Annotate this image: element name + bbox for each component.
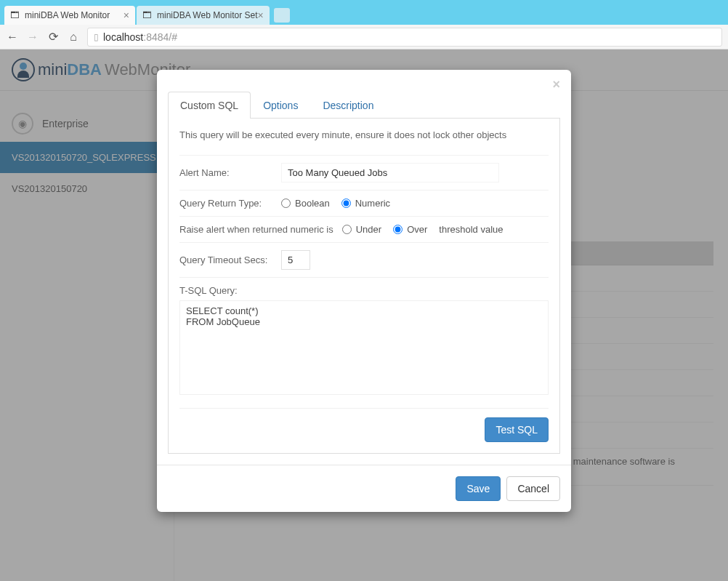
address-bar[interactable]: ▯ localhost:8484/# [87,28,722,47]
tab-title: miniDBA Web Monitor Set [157,10,258,20]
threshold-suffix: threshold value [439,224,503,235]
forward-icon: → [26,31,39,44]
return-type-numeric[interactable]: Numeric [341,198,390,209]
tab-title: miniDBA Web Monitor [25,10,110,20]
tab-panel-custom-sql: This query will be executed every minute… [168,119,560,454]
threshold-over[interactable]: Over [393,224,427,235]
tab-custom-sql[interactable]: Custom SQL [168,92,251,119]
timeout-input[interactable] [281,250,310,270]
tsql-query-input[interactable] [179,300,549,395]
modal-tabs: Custom SQL Options Description [168,92,560,119]
favicon-icon: 🗔 [142,10,153,20]
page-icon: ▯ [94,32,99,42]
browser-tab-inactive[interactable]: 🗔 miniDBA Web Monitor Set × [137,6,270,25]
timeout-label: Query Timeout Secs: [179,255,281,265]
tab-description[interactable]: Description [310,92,386,119]
custom-sql-modal: × Custom SQL Options Description This qu… [157,70,571,512]
raise-alert-label: Raise alert when returned numeric is [179,224,333,235]
url-path: :8484/# [143,31,177,43]
hint-text: This query will be executed every minute… [179,129,549,140]
query-label: T-SQL Query: [179,285,238,296]
home-icon[interactable]: ⌂ [67,31,80,44]
test-sql-button[interactable]: Test SQL [485,417,549,442]
back-icon[interactable]: ← [6,31,19,44]
browser-tabstrip: 🗔 miniDBA Web Monitor × 🗔 miniDBA Web Mo… [0,0,728,25]
url-host: localhost [103,31,143,43]
save-button[interactable]: Save [456,476,501,501]
alert-name-input[interactable] [281,163,499,183]
close-icon[interactable]: × [552,77,560,92]
return-type-boolean[interactable]: Boolean [281,198,330,209]
browser-toolbar: ← → ⟳ ⌂ ▯ localhost:8484/# [0,25,728,49]
favicon-icon: 🗔 [10,10,20,20]
alert-name-label: Alert Name: [179,167,281,178]
return-type-label: Query Return Type: [179,198,281,209]
threshold-under[interactable]: Under [342,224,381,235]
cancel-button[interactable]: Cancel [506,476,560,501]
new-tab-button[interactable] [274,8,290,23]
close-icon[interactable]: × [124,9,129,21]
reload-icon[interactable]: ⟳ [46,30,60,44]
tab-options[interactable]: Options [251,92,310,119]
browser-tab-active[interactable]: 🗔 miniDBA Web Monitor × [4,6,135,25]
close-icon[interactable]: × [258,9,264,21]
